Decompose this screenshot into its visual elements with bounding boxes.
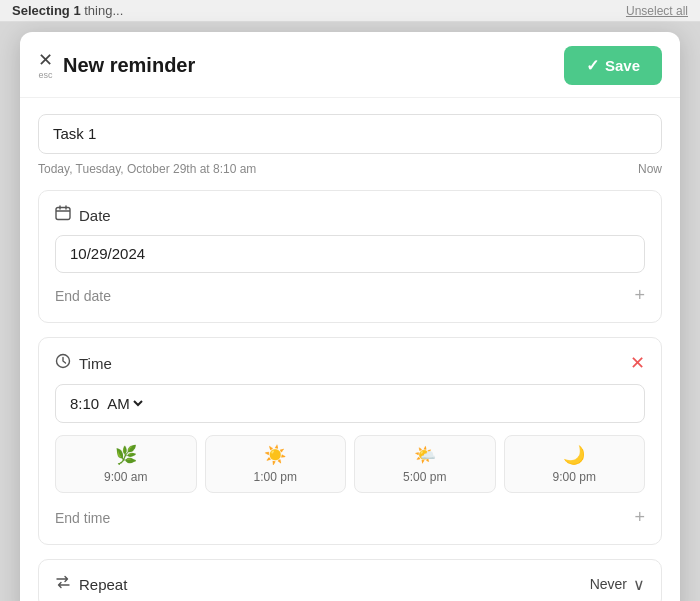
preset-noon-label: 1:00 pm: [254, 470, 297, 484]
modal: ✕ esc New reminder ✓ Save Today, Tuesday…: [20, 32, 680, 601]
date-section-header: Date: [55, 205, 645, 225]
time-section: Time ✕ 8:10 AM PM 🌿: [38, 337, 662, 545]
afternoon-icon: 🌤️: [414, 444, 436, 466]
date-input[interactable]: [70, 245, 630, 262]
end-date-label: End date: [55, 288, 111, 304]
night-icon: 🌙: [563, 444, 585, 466]
preset-morning-label: 9:00 am: [104, 470, 147, 484]
task-input-wrap[interactable]: [38, 114, 662, 154]
esc-label: esc: [38, 70, 52, 80]
modal-title: New reminder: [63, 54, 195, 77]
noon-icon: ☀️: [264, 444, 286, 466]
save-button[interactable]: ✓ Save: [564, 46, 662, 85]
repeat-right[interactable]: Never ∨: [590, 575, 645, 594]
close-button[interactable]: ✕ esc: [38, 51, 53, 80]
modal-header-left: ✕ esc New reminder: [38, 51, 195, 80]
repeat-label: Repeat: [79, 576, 127, 593]
morning-icon: 🌿: [115, 444, 137, 466]
clock-icon: [55, 353, 71, 373]
check-icon: ✓: [586, 56, 599, 75]
date-section-header-left: Date: [55, 205, 111, 225]
calendar-icon: [55, 205, 71, 225]
datetime-label: Today, Tuesday, October 29th at 8:10 am: [38, 162, 256, 176]
preset-night-label: 9:00 pm: [553, 470, 596, 484]
unselect-all-btn[interactable]: Unselect all: [626, 4, 688, 18]
add-end-date-button[interactable]: +: [634, 285, 645, 306]
time-section-title: Time: [79, 355, 112, 372]
selecting-text: Selecting 1 thing...: [12, 3, 123, 18]
now-button[interactable]: Now: [638, 162, 662, 176]
preset-noon[interactable]: ☀️ 1:00 pm: [205, 435, 347, 493]
repeat-left: Repeat: [55, 574, 127, 594]
preset-afternoon[interactable]: 🌤️ 5:00 pm: [354, 435, 496, 493]
chevron-down-icon: ∨: [633, 575, 645, 594]
top-bar: Selecting 1 thing... Unselect all: [0, 0, 700, 22]
add-end-time-button[interactable]: +: [634, 507, 645, 528]
end-date-row: End date +: [55, 283, 645, 308]
remove-time-button[interactable]: ✕: [630, 352, 645, 374]
modal-header: ✕ esc New reminder ✓ Save: [20, 32, 680, 98]
time-section-header: Time ✕: [55, 352, 645, 374]
time-input-wrap[interactable]: 8:10 AM PM: [55, 384, 645, 423]
time-value: 8:10: [70, 395, 99, 412]
repeat-value: Never: [590, 576, 627, 592]
time-input-inner: 8:10 AM PM: [70, 394, 630, 413]
close-x-icon: ✕: [38, 51, 53, 69]
datetime-row: Today, Tuesday, October 29th at 8:10 am …: [38, 162, 662, 176]
end-time-label: End time: [55, 510, 110, 526]
time-section-header-left: Time: [55, 353, 112, 373]
task-input[interactable]: [53, 125, 647, 142]
time-presets: 🌿 9:00 am ☀️ 1:00 pm 🌤️ 5:00 pm 🌙 9:00 p…: [55, 435, 645, 493]
ampm-select[interactable]: AM PM: [103, 394, 146, 413]
preset-afternoon-label: 5:00 pm: [403, 470, 446, 484]
preset-night[interactable]: 🌙 9:00 pm: [504, 435, 646, 493]
date-section-title: Date: [79, 207, 111, 224]
repeat-section: Repeat Never ∨: [38, 559, 662, 601]
modal-overlay: ✕ esc New reminder ✓ Save Today, Tuesday…: [0, 22, 700, 601]
end-time-row: End time +: [55, 505, 645, 530]
date-input-wrap[interactable]: [55, 235, 645, 273]
svg-rect-0: [56, 208, 70, 220]
modal-body: Today, Tuesday, October 29th at 8:10 am …: [20, 98, 680, 601]
preset-morning[interactable]: 🌿 9:00 am: [55, 435, 197, 493]
date-section: Date End date +: [38, 190, 662, 323]
repeat-icon: [55, 574, 71, 594]
